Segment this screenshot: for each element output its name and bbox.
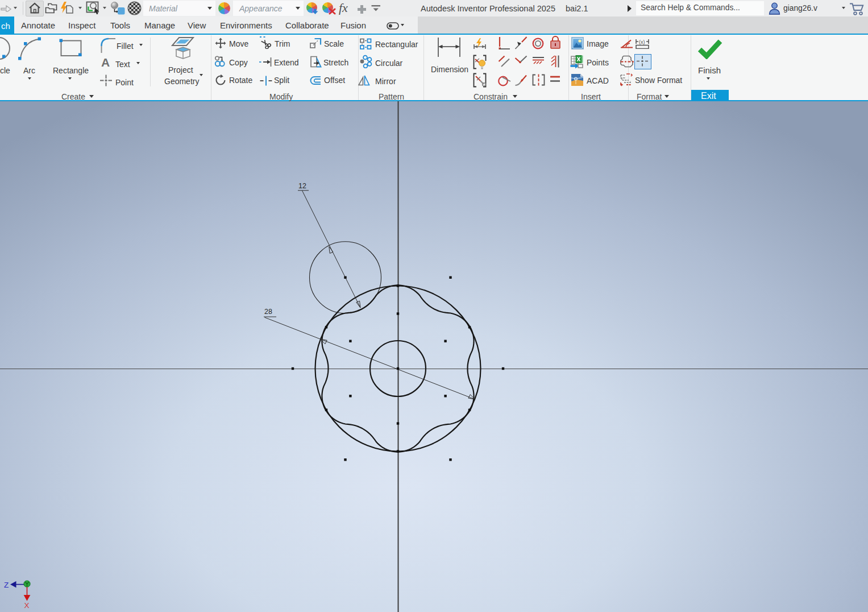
svg-text:Z: Z (4, 581, 9, 589)
svg-text:(x): (x) (639, 39, 645, 45)
svg-text:12: 12 (298, 182, 306, 190)
svg-text:X: X (24, 601, 30, 610)
svg-text:28: 28 (264, 308, 272, 316)
